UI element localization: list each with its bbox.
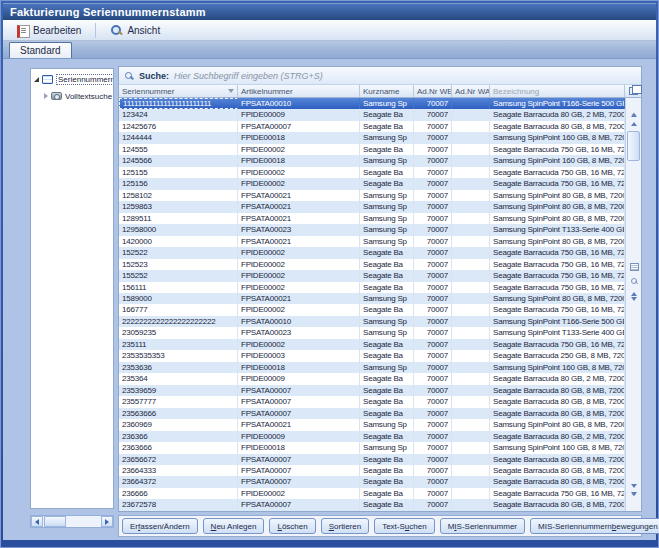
cell <box>452 155 490 166</box>
löschen-button[interactable]: Löschen <box>269 518 315 534</box>
window-titlebar[interactable]: Fakturierung Seriennummernstamm <box>3 3 656 20</box>
cell: Seagate Ba <box>360 178 414 189</box>
table-row[interactable]: 152523FPIDE00002Seagate Ba70007Seagate B… <box>119 259 625 270</box>
scroll-thumb[interactable] <box>44 516 66 527</box>
scroll-track[interactable] <box>43 516 101 527</box>
column-chooser-button[interactable] <box>625 85 641 98</box>
tree-horizontal-scrollbar[interactable] <box>30 515 114 528</box>
tree-item-volltextsuche[interactable]: Volltextsuche <box>31 89 113 103</box>
grid-marker-icon[interactable] <box>630 263 639 271</box>
down-arrow-icon <box>631 484 637 488</box>
table-row[interactable]: 111111111111111111111111FPSATA00010Samsu… <box>119 98 625 109</box>
magnifier-marker-icon[interactable] <box>630 277 639 286</box>
table-row[interactable]: 166777FPIDE00002Seagate Ba70007Seagate B… <box>119 304 625 315</box>
column-header-kurzname[interactable]: Kurzname <box>360 85 414 98</box>
table-row[interactable]: 123424FPIDE00009Seagate Ba70007Seagate B… <box>119 109 625 120</box>
table-row[interactable]: 1259863FPSATA00021Samsung Sp70007Samsung… <box>119 201 625 212</box>
cell: 70007 <box>414 362 452 373</box>
table-row[interactable]: 1244444FPIDE00018Samsung Sp70007Samsung … <box>119 132 625 143</box>
table-row[interactable]: 1420000FPSATA00021Samsung Sp70007Samsung… <box>119 236 625 247</box>
scroll-thumb[interactable] <box>627 131 640 161</box>
table-row[interactable]: 1289511FPSATA00021Samsung Sp70007Samsung… <box>119 213 625 224</box>
table-row[interactable]: 2222222222222222222222FPSATA00010Samsung… <box>119 316 625 327</box>
scroll-page-up-button[interactable]: + <box>628 110 639 119</box>
table-row[interactable]: 2363666FPIDE00018Samsung Sp70007Samsung … <box>119 442 625 453</box>
cell: 23557777 <box>119 396 238 407</box>
table-row[interactable]: 23672578FPSATA00007Seagate Ba70007Seagat… <box>119 499 625 510</box>
table-row[interactable]: 236666FPIDE00002Seagate Ba70007Seagate B… <box>119 488 625 499</box>
table-row[interactable]: 2353535353FPIDE00003Seagate Ba70007Seaga… <box>119 350 625 361</box>
cell: FPIDE00002 <box>238 282 360 293</box>
mis-seriennummernbewegungen-button[interactable]: MIS-Seriennummernbewegungen <box>530 518 659 534</box>
scroll-top-button[interactable] <box>628 100 639 109</box>
table-row[interactable]: 1589000FPSATA00021Samsung Sp70007Samsung… <box>119 293 625 304</box>
tree-item-seriennummernauswahl[interactable]: Seriennummernauswahl <box>31 72 113 86</box>
table-row[interactable]: 12425676FPSATA00007Seagate Ba70007Seagat… <box>119 121 625 132</box>
cell: FPIDE00018 <box>238 442 360 453</box>
expander-closed-icon[interactable] <box>44 93 48 99</box>
column-header-label: Bezeichnung <box>493 87 539 96</box>
cell: Seagate Ba <box>360 454 414 465</box>
table-row[interactable]: 23664333FPSATA00007Seagate Ba70007Seagat… <box>119 465 625 476</box>
table-row[interactable]: 1258102FPSATA00021Samsung Sp70007Samsung… <box>119 190 625 201</box>
bearbeiten-button[interactable]: Bearbeiten <box>9 22 88 39</box>
column-header-bezeichnung[interactable]: Bezeichnung <box>490 85 625 98</box>
cell: Seagate Barracuda 80 GB, 2 MB, 7200 <box>490 431 625 442</box>
cell <box>452 144 490 155</box>
scroll-bottom-button[interactable] <box>628 500 639 509</box>
mis-seriennummer-button[interactable]: MIS-Seriennummer <box>440 518 525 534</box>
erfassen-ändern-button[interactable]: Erfassen/Ändern <box>122 518 198 534</box>
vertical-scrollbar[interactable]: + + <box>625 98 641 511</box>
table-row[interactable]: 124555FPIDE00002Seagate Ba70007Seagate B… <box>119 144 625 155</box>
cell: Seagate Ba <box>360 465 414 476</box>
scroll-up-button[interactable] <box>628 119 639 128</box>
table-row[interactable]: 156111FPIDE00002Seagate Ba70007Seagate B… <box>119 282 625 293</box>
column-header-ad-nr-wa[interactable]: Ad.Nr WA <box>452 85 490 98</box>
table-row[interactable]: 155252FPIDE00002Seagate Ba70007Seagate B… <box>119 270 625 281</box>
column-header-seriennummer[interactable]: Seriennummer <box>119 85 238 98</box>
table-row[interactable]: 23656672FPSATA00007Seagate Ba70007Seagat… <box>119 454 625 465</box>
scroll-right-button[interactable] <box>101 516 113 527</box>
neu-anlegen-button[interactable]: Neu Anlegen <box>203 518 265 534</box>
scroll-left-button[interactable] <box>31 516 43 527</box>
column-header-label: Artikelnummer <box>241 87 293 96</box>
cell <box>452 109 490 120</box>
double-arrow-icon[interactable] <box>631 292 637 301</box>
cell: FPIDE00009 <box>238 109 360 120</box>
table-row[interactable]: 125156FPIDE00002Seagate Ba70007Seagate B… <box>119 178 625 189</box>
cell: FPSATA00007 <box>238 454 360 465</box>
column-header-artikelnummer[interactable]: Artikelnummer <box>238 85 360 98</box>
cell: 1259863 <box>119 201 238 212</box>
cell: FPIDE00002 <box>238 304 360 315</box>
table-row[interactable]: 235111FPIDE00002Seagate Ba70007Seagate B… <box>119 339 625 350</box>
cell: Seagate Barracuda 80 GB, 8 MB, 7200, NC <box>490 476 625 487</box>
table-row[interactable]: 23557777FPSATA00007Seagate Ba70007Seagat… <box>119 396 625 407</box>
cell: 70007 <box>414 476 452 487</box>
search-bar[interactable]: Suche: Hier Suchbegriff eingeben (STRG+S… <box>119 67 641 85</box>
table-row[interactable]: 236366FPIDE00009Seagate Ba70007Seagate B… <box>119 431 625 442</box>
cell: Samsung Sp <box>360 442 414 453</box>
scroll-down-button[interactable] <box>628 481 639 490</box>
table-row[interactable]: 23563666FPSATA00007Seagate Ba70007Seagat… <box>119 408 625 419</box>
table-row[interactable]: 1245566FPIDE00018Samsung Sp70007Samsung … <box>119 155 625 166</box>
table-row[interactable]: 23059235FPSATA00023Samsung Sp70007Samsun… <box>119 327 625 338</box>
ansicht-button[interactable]: Ansicht <box>103 22 167 39</box>
sortieren-button[interactable]: Sortieren <box>321 518 369 534</box>
cell: FPIDE00018 <box>238 155 360 166</box>
text-suchen-button[interactable]: Text-Suchen <box>374 518 434 534</box>
cell: 70007 <box>414 167 452 178</box>
table-row[interactable]: 2360969FPSATA00021Samsung Sp70007Samsung… <box>119 419 625 430</box>
table-row[interactable]: 23664372FPSATA00007Seagate Ba70007Seagat… <box>119 476 625 487</box>
cell: 70007 <box>414 201 452 212</box>
table-row[interactable]: 152522FPIDE00002Seagate Ba70007Seagate B… <box>119 247 625 258</box>
tab-standard[interactable]: Standard <box>9 42 72 58</box>
table-row[interactable]: 12958000FPSATA00023Samsung Sp70007Samsun… <box>119 224 625 235</box>
table-row[interactable]: 23539659FPSATA00007Seagate Ba70007Seagat… <box>119 385 625 396</box>
table-row[interactable]: 125155FPIDE00002Seagate Ba70007Seagate B… <box>119 167 625 178</box>
table-row[interactable]: 235364FPIDE00009Seagate Ba70007Seagate B… <box>119 373 625 384</box>
cell: Samsung SpinPoint T133-Serie 400 GB, 72 <box>490 224 625 235</box>
expander-open-icon[interactable] <box>34 77 39 82</box>
table-row[interactable]: 2353636FPIDE00018Samsung Sp70007Samsung … <box>119 362 625 373</box>
cell: Seagate Ba <box>360 304 414 315</box>
column-header-ad-nr-we[interactable]: Ad.Nr WE <box>414 85 452 98</box>
